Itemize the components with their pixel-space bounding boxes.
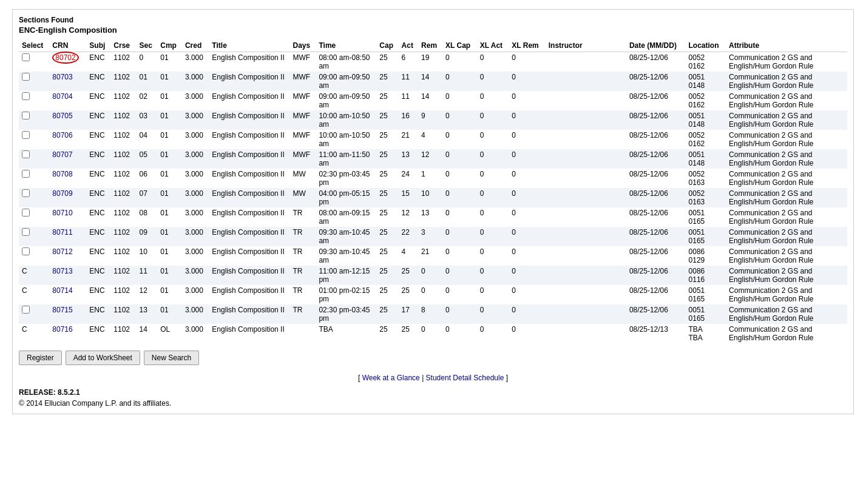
cell-cred: 3.000 xyxy=(182,207,209,227)
crn-link[interactable]: 80706 xyxy=(52,131,72,139)
cell-attribute: Communication 2 GS and English/Hum Gordo… xyxy=(726,266,847,285)
cell-sec: 06 xyxy=(136,169,157,188)
crn-link[interactable]: 80714 xyxy=(52,286,72,295)
cell-crse: 1102 xyxy=(110,91,136,110)
cell-instructor xyxy=(546,52,626,72)
crn-link[interactable]: 80705 xyxy=(52,112,72,120)
add-worksheet-button[interactable]: Add to WorkSheet xyxy=(66,351,140,365)
cell-xl-rem: 0 xyxy=(509,149,545,169)
cell-title: English Composition II xyxy=(209,227,289,246)
cell-location: 00520163 xyxy=(686,169,726,188)
cell-attribute: Communication 2 GS and English/Hum Gordo… xyxy=(726,52,847,72)
cell-select: C xyxy=(19,285,49,304)
new-search-button[interactable]: New Search xyxy=(144,351,199,365)
cell-time: 09:30 am-10:45 am xyxy=(316,246,376,266)
cell-attribute: Communication 2 GS and English/Hum Gordo… xyxy=(726,149,847,169)
cell-xl-rem: 0 xyxy=(509,207,545,227)
crn-link[interactable]: 80711 xyxy=(52,228,72,237)
cell-select xyxy=(19,52,49,72)
cell-sec: 13 xyxy=(136,304,157,324)
cell-cap: 25 xyxy=(376,52,398,72)
cell-time: 09:00 am-09:50 am xyxy=(316,72,376,91)
cell-crse: 1102 xyxy=(110,304,136,324)
select-checkbox[interactable] xyxy=(22,209,30,217)
cell-rem: 1 xyxy=(418,169,442,188)
cell-subj: ENC xyxy=(86,52,110,72)
table-row: 80715ENC110213013.000English Composition… xyxy=(19,304,847,324)
cell-subj: ENC xyxy=(86,110,110,130)
crn-link[interactable]: 80708 xyxy=(52,170,72,178)
select-checkbox[interactable] xyxy=(22,53,30,61)
th-instructor: Instructor xyxy=(546,39,626,52)
select-checkbox[interactable] xyxy=(22,306,30,314)
cell-crse: 1102 xyxy=(110,266,136,285)
cell-select xyxy=(19,227,49,246)
th-crse: Crse xyxy=(110,39,136,52)
cell-select xyxy=(19,130,49,149)
select-checkbox[interactable] xyxy=(22,131,30,139)
select-checkbox[interactable] xyxy=(22,73,30,81)
cell-xl-cap: 0 xyxy=(442,169,477,188)
cell-xl-act: 0 xyxy=(477,91,509,110)
select-checkbox[interactable] xyxy=(22,92,30,100)
cell-cred: 3.000 xyxy=(182,52,209,72)
select-checkbox[interactable] xyxy=(22,247,30,255)
cell-rem: 10 xyxy=(418,188,442,207)
crn-link[interactable]: 80712 xyxy=(52,247,72,256)
cell-days: MWF xyxy=(290,130,316,149)
cell-subj: ENC xyxy=(86,324,110,343)
register-button[interactable]: Register xyxy=(19,351,62,365)
select-checkbox[interactable] xyxy=(22,170,30,178)
cell-instructor xyxy=(546,266,626,285)
cell-subj: ENC xyxy=(86,227,110,246)
crn-link[interactable]: 80703 xyxy=(52,73,72,81)
crn-link[interactable]: 80713 xyxy=(52,267,72,275)
cell-cap: 25 xyxy=(376,130,398,149)
th-xl-act: XL Act xyxy=(477,39,509,52)
cell-xl-cap: 0 xyxy=(442,91,477,110)
cell-sec: 10 xyxy=(136,246,157,266)
select-checkbox[interactable] xyxy=(22,189,30,197)
th-cred: Cred xyxy=(182,39,209,52)
cell-location: 00510165 xyxy=(686,285,726,304)
cell-crn: 80703 xyxy=(49,72,86,91)
crn-link[interactable]: 80715 xyxy=(52,306,72,314)
cell-xl-rem: 0 xyxy=(509,227,545,246)
cell-attribute: Communication 2 GS and English/Hum Gordo… xyxy=(726,304,847,324)
cell-cap: 25 xyxy=(376,266,398,285)
week-at-glance-link[interactable]: Week at a Glance xyxy=(362,374,420,382)
cell-days: MWF xyxy=(290,72,316,91)
crn-link[interactable]: 80709 xyxy=(52,189,72,198)
cell-cap: 25 xyxy=(376,91,398,110)
cell-crse: 1102 xyxy=(110,227,136,246)
cell-act: 24 xyxy=(399,169,419,188)
crn-link[interactable]: 80704 xyxy=(52,92,72,101)
crn-link[interactable]: 80702 xyxy=(52,52,78,64)
cell-act: 11 xyxy=(399,91,419,110)
cell-rem: 19 xyxy=(418,52,442,72)
cell-location: 00510165 xyxy=(686,227,726,246)
th-select: Select xyxy=(19,39,49,52)
cell-crn: 80706 xyxy=(49,130,86,149)
cell-instructor xyxy=(546,72,626,91)
cell-location: 00520162 xyxy=(686,130,726,149)
crn-link[interactable]: 80716 xyxy=(52,325,72,334)
cell-rem: 14 xyxy=(418,91,442,110)
crn-link[interactable]: 80707 xyxy=(52,150,72,159)
cell-xl-cap: 0 xyxy=(442,304,477,324)
th-cmp: Cmp xyxy=(157,39,182,52)
cell-date: 08/25-12/06 xyxy=(626,188,686,207)
select-checkbox[interactable] xyxy=(22,228,30,236)
cell-cred: 3.000 xyxy=(182,91,209,110)
cell-cap: 25 xyxy=(376,246,398,266)
select-checkbox[interactable] xyxy=(22,112,30,119)
crn-link[interactable]: 80710 xyxy=(52,209,72,217)
student-detail-link[interactable]: Student Detail Schedule xyxy=(426,374,504,382)
cell-act: 15 xyxy=(399,188,419,207)
cell-attribute: Communication 2 GS and English/Hum Gordo… xyxy=(726,169,847,188)
cell-rem: 14 xyxy=(418,72,442,91)
select-checkbox[interactable] xyxy=(22,150,30,158)
table-row: 80706ENC110204013.000English Composition… xyxy=(19,130,847,149)
th-sec: Sec xyxy=(136,39,157,52)
cell-xl-act: 0 xyxy=(477,227,509,246)
